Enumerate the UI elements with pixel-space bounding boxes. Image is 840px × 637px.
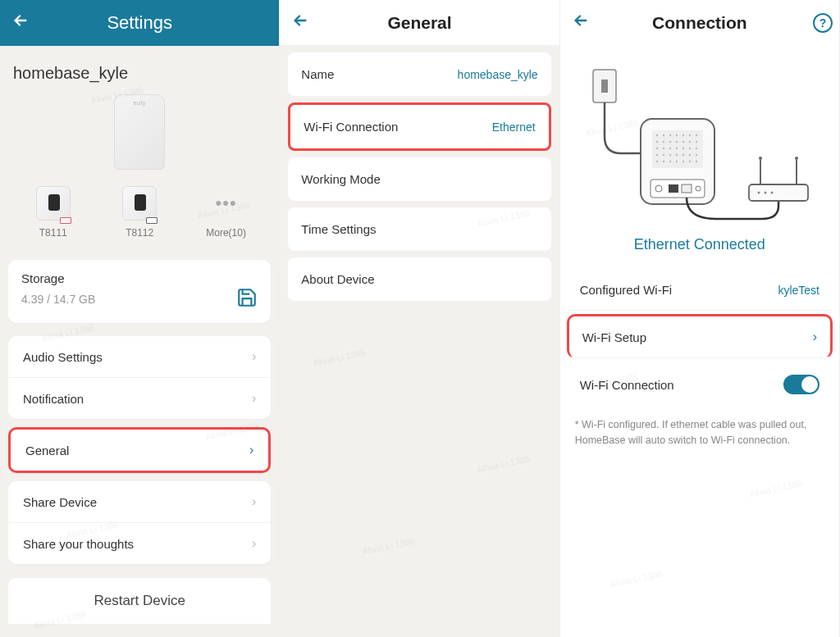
device-more[interactable]: ••• More(10) (189, 186, 263, 239)
chevron-right-icon: › (252, 494, 256, 509)
more-label: More(10) (206, 227, 246, 239)
settings-list-1: Audio Settings › Notification › (8, 336, 271, 419)
svg-point-13 (669, 141, 671, 143)
svg-point-9 (689, 134, 691, 136)
row-time-settings[interactable]: Time Settings (288, 207, 550, 251)
svg-point-31 (696, 154, 697, 156)
page-title: General (387, 13, 451, 33)
row-share-thoughts[interactable]: Share your thoughts › (8, 522, 271, 564)
row-label: Working Mode (301, 172, 380, 186)
row-label: About Device (301, 272, 374, 286)
help-icon[interactable]: ? (813, 13, 833, 33)
svg-point-4 (656, 134, 658, 136)
row-share-device[interactable]: Share Device › (8, 481, 271, 522)
svg-point-46 (759, 157, 762, 160)
device-hero (0, 94, 279, 170)
general-panel: General Name homebase_kyle Wi-Fi Connect… (280, 0, 559, 637)
watermark: Alivia Li 1386 (609, 568, 664, 589)
row-label: Time Settings (301, 222, 376, 236)
svg-point-6 (669, 134, 671, 136)
row-general[interactable]: General › (8, 427, 271, 473)
svg-point-30 (689, 154, 691, 156)
settings-header: Settings (0, 0, 279, 46)
camera-icon (122, 186, 157, 221)
row-audio-settings[interactable]: Audio Settings › (8, 336, 271, 377)
svg-point-25 (656, 154, 658, 156)
svg-point-38 (696, 161, 697, 162)
back-icon[interactable] (572, 11, 590, 34)
svg-point-7 (676, 134, 678, 136)
svg-point-37 (689, 161, 691, 162)
svg-point-15 (682, 141, 684, 143)
row-label: Wi-Fi Connection (580, 378, 674, 392)
device-t8111[interactable]: T8111 (16, 186, 90, 239)
general-header: General (280, 0, 559, 46)
svg-rect-3 (652, 130, 703, 168)
storage-card[interactable]: Storage 4.39 / 14.7 GB (8, 260, 271, 323)
svg-rect-1 (601, 80, 608, 93)
row-label: Configured Wi-Fi (580, 283, 673, 297)
svg-point-19 (663, 148, 664, 149)
wifi-toggle[interactable] (783, 375, 819, 394)
sub-device-row: T8111 T8112 ••• More(10) (0, 180, 279, 253)
row-label: Share Device (23, 495, 97, 509)
svg-point-34 (669, 161, 671, 162)
row-label: Share your thoughts (23, 537, 134, 551)
row-name[interactable]: Name homebase_kyle (288, 52, 550, 96)
row-label: Audio Settings (23, 350, 103, 364)
svg-point-12 (663, 141, 664, 143)
svg-point-16 (689, 141, 691, 143)
device-name: homebase_kyle (0, 46, 279, 88)
connection-header: Connection ? (560, 0, 839, 46)
row-wifi-toggle[interactable]: Wi-Fi Connection (567, 362, 833, 407)
row-configured-wifi[interactable]: Configured Wi-Fi kyleTest (567, 270, 833, 311)
row-label: Wi-Fi Connection (304, 120, 398, 134)
svg-point-22 (682, 148, 684, 149)
svg-point-32 (656, 161, 658, 162)
svg-point-10 (696, 134, 697, 136)
svg-point-26 (663, 154, 664, 156)
svg-point-17 (696, 141, 697, 143)
svg-point-48 (795, 157, 798, 160)
device-label: T8112 (126, 227, 153, 239)
row-wifi-setup[interactable]: Wi-Fi Setup › (567, 314, 833, 358)
row-notification[interactable]: Notification › (8, 377, 271, 419)
svg-point-27 (669, 154, 671, 156)
svg-rect-41 (669, 184, 678, 193)
row-about-device[interactable]: About Device (288, 257, 550, 301)
row-label: Wi-Fi Setup (582, 330, 646, 344)
svg-point-49 (757, 192, 760, 194)
svg-point-14 (676, 141, 678, 143)
device-t8112[interactable]: T8112 (103, 186, 176, 239)
row-label: General (25, 444, 69, 457)
svg-point-24 (696, 148, 697, 149)
svg-point-11 (656, 141, 658, 143)
row-wifi-connection[interactable]: Wi-Fi Connection Ethernet (288, 102, 550, 151)
svg-point-35 (676, 161, 678, 162)
svg-point-5 (663, 134, 664, 136)
homebase-image (114, 94, 165, 170)
svg-point-29 (682, 154, 684, 156)
svg-rect-42 (682, 184, 692, 193)
back-icon[interactable] (291, 11, 309, 34)
back-icon[interactable] (11, 11, 30, 34)
svg-point-33 (663, 161, 664, 162)
chevron-right-icon: › (252, 349, 256, 364)
svg-point-28 (676, 154, 678, 156)
connection-panel: Connection ? (560, 0, 840, 637)
more-icon: ••• (209, 186, 244, 221)
connection-diagram (560, 46, 839, 236)
page-title: Connection (652, 13, 747, 33)
row-value: kyleTest (778, 284, 819, 297)
storage-value: 4.39 / 14.7 GB (21, 293, 95, 306)
settings-panel: Settings homebase_kyle T8111 T8112 ••• M… (0, 0, 280, 637)
save-disk-icon (236, 287, 258, 312)
row-label: Name (301, 67, 334, 81)
connection-status: Ethernet Connected (560, 236, 839, 265)
camera-icon (36, 186, 71, 221)
storage-title: Storage (21, 271, 258, 285)
svg-point-23 (689, 148, 691, 149)
chevron-right-icon: › (252, 536, 256, 551)
restart-device-button[interactable]: Restart Device (8, 577, 271, 624)
row-working-mode[interactable]: Working Mode (288, 157, 550, 201)
